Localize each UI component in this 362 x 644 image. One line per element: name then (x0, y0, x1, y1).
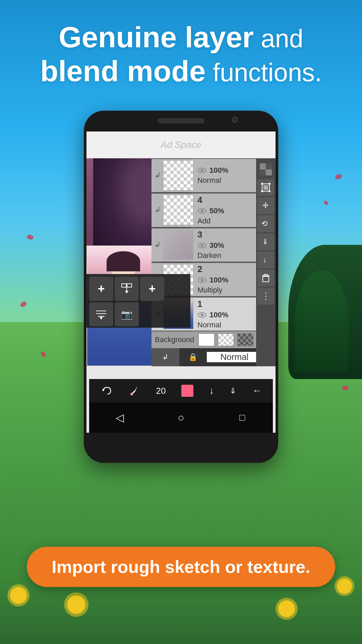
svg-text:↓: ↓ (263, 256, 266, 264)
color-picker[interactable] (181, 385, 193, 397)
transform-icon (261, 182, 271, 193)
svg-text:✛: ✛ (262, 201, 268, 210)
flatten-button[interactable] (89, 302, 113, 326)
header-normal2: functions. (206, 58, 322, 87)
svg-marker-35 (102, 389, 105, 391)
header-bold1: Genuine layer (59, 20, 254, 54)
phone-toolbar: 20 ↓ ⇓ ← (89, 379, 273, 402)
toolbar-brush[interactable] (128, 385, 140, 397)
svg-rect-28 (127, 284, 132, 287)
toolbar-undo[interactable] (101, 385, 113, 397)
layer-thumb-top (163, 160, 193, 191)
nav-back[interactable]: ◁ (110, 408, 130, 428)
nav-home[interactable]: ○ (171, 408, 191, 428)
flower3 (67, 595, 85, 614)
layer-arrow-4: ↲ (152, 206, 163, 214)
svg-rect-10 (260, 163, 266, 169)
svg-point-16 (261, 183, 263, 185)
brush-icon (128, 385, 140, 397)
svg-rect-27 (122, 284, 126, 287)
layer-thumb-3 (163, 230, 193, 260)
toolbar-more[interactable]: ⋮ (257, 288, 274, 305)
toolbar-checkerboard[interactable] (257, 161, 274, 178)
svg-point-9 (201, 314, 203, 316)
bg-swatch-white[interactable] (198, 333, 215, 346)
flower1 (10, 587, 27, 604)
phone-device: Ad Space ↲ (84, 111, 278, 463)
toolbar-move[interactable]: ✛ (257, 197, 274, 214)
svg-point-18 (261, 190, 263, 192)
flatten-icon (95, 308, 108, 321)
resize-icon: ⇓ (261, 237, 271, 247)
header-bold2: blend mode (40, 54, 206, 88)
svg-point-5 (201, 244, 203, 247)
layer-thumb-4 (163, 195, 193, 225)
svg-rect-26 (264, 274, 267, 276)
down-arrow-icon: ↓ (261, 255, 271, 265)
toolbar-double-down[interactable]: ⇓ (230, 386, 236, 395)
svg-rect-13 (260, 169, 266, 175)
undo-icon (101, 385, 113, 397)
toolbar-down[interactable]: ↓ (257, 252, 274, 268)
svg-marker-30 (125, 291, 128, 293)
trees-right2 (295, 270, 349, 371)
bg-swatch-checker[interactable] (218, 333, 234, 346)
nav-recents[interactable]: □ (232, 408, 252, 428)
phone-camera (232, 117, 238, 123)
blend-tab-2[interactable]: 🔒 (179, 348, 207, 366)
canvas-area: ↲ 100% Normal (86, 158, 276, 366)
toolbar-transform[interactable] (257, 179, 274, 196)
flip-icon: ⟲ (261, 219, 271, 229)
svg-text:⟲: ⟲ (261, 219, 267, 228)
flower4 (337, 579, 352, 594)
svg-point-3 (201, 210, 203, 212)
svg-point-17 (268, 183, 270, 185)
ad-space: Ad Space (86, 131, 276, 158)
eye-icon-top (197, 167, 207, 173)
header-section: Genuine layer and blend mode functions. (0, 20, 362, 88)
eye-icon-3 (197, 243, 207, 249)
toolbar-back-arrow[interactable]: ← (252, 385, 261, 396)
orange-banner: Import rough sketch or texture. (27, 547, 335, 587)
toolbar-resize[interactable]: ⇓ (257, 233, 274, 250)
eye-icon-1 (197, 312, 207, 318)
svg-point-1 (201, 169, 203, 172)
brush-size[interactable]: 20 (156, 386, 166, 396)
layer-arrow-3: ↲ (152, 240, 163, 249)
add-layer2-button[interactable]: + (140, 277, 164, 301)
svg-rect-24 (263, 276, 269, 282)
move-icon: ✛ (261, 201, 271, 211)
merge-down-button[interactable] (115, 277, 139, 301)
header-normal1: and (254, 24, 303, 53)
color-swatch (181, 385, 193, 397)
eye-icon-4 (197, 208, 207, 214)
svg-rect-15 (263, 185, 268, 190)
blend-tab-1[interactable]: ↲ (152, 348, 179, 366)
toolbar-delete[interactable] (257, 270, 274, 286)
eye-icon-2 (197, 277, 207, 283)
phone-speaker (158, 118, 204, 123)
svg-rect-12 (266, 163, 272, 169)
right-toolbar: ✛ ⟲ ⇓ ↓ (256, 158, 276, 366)
camera-button[interactable]: 📷 (115, 302, 139, 326)
delete-icon (261, 273, 271, 283)
girl-hair (107, 251, 140, 271)
bg-swatch-dark[interactable] (237, 333, 254, 346)
layer-controls: + + (86, 274, 190, 328)
phone-screen: Ad Space ↲ (86, 131, 276, 433)
layer-arrow-top: ↲ (152, 171, 163, 180)
flower6 (278, 600, 295, 617)
svg-text:⇓: ⇓ (262, 237, 268, 246)
svg-point-7 (201, 279, 203, 281)
merge-icon (120, 282, 133, 296)
blend-mode-label[interactable]: Normal (207, 352, 262, 362)
svg-marker-34 (100, 317, 103, 320)
toolbar-down-arrow[interactable]: ↓ (209, 385, 214, 396)
svg-rect-11 (266, 169, 272, 175)
add-layer-button[interactable]: + (89, 277, 113, 301)
checkerboard-icon (260, 163, 272, 175)
toolbar-flip[interactable]: ⟲ (257, 215, 274, 232)
svg-point-36 (130, 393, 133, 395)
android-nav-bar: ◁ ○ □ (89, 402, 273, 433)
svg-point-19 (268, 190, 270, 192)
